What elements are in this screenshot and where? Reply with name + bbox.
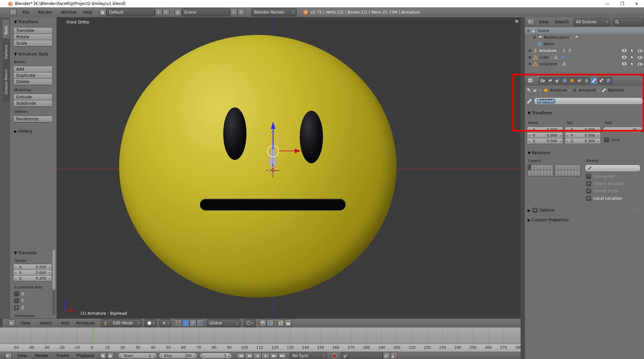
- panel-deform-header[interactable]: ▶ ✓ Deform: [528, 208, 555, 213]
- layer-cell[interactable]: [544, 165, 547, 171]
- visibility-eye-icon[interactable]: [622, 56, 627, 59]
- current-frame-indicator[interactable]: [93, 327, 94, 344]
- bone-layers-grid-2[interactable]: [555, 165, 581, 177]
- end-frame-field[interactable]: ◂End:250▸: [159, 353, 197, 359]
- lock-checkbox[interactable]: [604, 137, 609, 142]
- layer-cell[interactable]: [559, 165, 562, 171]
- editor-type-info-icon[interactable]: ⓘ▴▾: [9, 9, 17, 16]
- layer-cell[interactable]: [574, 165, 577, 171]
- minimize-button[interactable]: —: [600, 0, 615, 7]
- layer-cell[interactable]: [531, 165, 535, 171]
- panel-relations-header[interactable]: ▼ Relations: [528, 151, 550, 155]
- vector-x-field[interactable]: ◂X:0.000▸: [13, 264, 52, 270]
- subdivide-button[interactable]: Subdivide: [13, 100, 53, 107]
- layer-cell[interactable]: [571, 171, 574, 176]
- add-bone-button[interactable]: Add: [13, 66, 53, 72]
- layer-cell[interactable]: [547, 165, 550, 171]
- proportional-edit-select[interactable]: ▴▾: [244, 319, 256, 327]
- menu-file[interactable]: File: [21, 10, 31, 15]
- collapse-icon[interactable]: ⊖: [527, 29, 530, 33]
- viewport-shading-select[interactable]: ▴▾: [145, 319, 157, 327]
- close-button[interactable]: ✕: [629, 0, 644, 7]
- bone-layers-grid-1[interactable]: [528, 165, 554, 177]
- timeline-ruler[interactable]: -50-40-30-20-100102030405060708090100110…: [0, 344, 521, 352]
- manipulator-translate-icon[interactable]: [182, 319, 189, 327]
- pivot-point-select[interactable]: ▴▾: [159, 319, 171, 327]
- jump-to-end-button[interactable]: ▶▶|: [278, 353, 286, 359]
- sync-mode-select[interactable]: No Sync▴▾: [290, 352, 327, 359]
- layer-cell[interactable]: [555, 165, 559, 171]
- outliner-row-world[interactable]: World: [525, 41, 644, 47]
- layer-cell[interactable]: [571, 165, 574, 171]
- toolshelf-tab-grease-pencil[interactable]: Grease Pencil: [3, 62, 10, 102]
- constraint-y-checkbox[interactable]: [14, 298, 19, 303]
- scene-select-icon[interactable]: ◍: [174, 9, 182, 16]
- timeline-track[interactable]: [0, 327, 521, 344]
- layer-cell[interactable]: [550, 171, 554, 176]
- outliner-row-armature[interactable]: ⊕ Armature |: [525, 47, 644, 54]
- manipulator-scale-icon[interactable]: [197, 319, 204, 327]
- randomize-button[interactable]: Randomize: [13, 116, 53, 122]
- renderability-camera-icon[interactable]: [638, 62, 643, 66]
- add-layout-button[interactable]: +: [155, 9, 162, 16]
- viewport-menu-view[interactable]: View: [19, 321, 32, 325]
- layer-cell[interactable]: [544, 171, 547, 176]
- opengl-render-icon[interactable]: [277, 319, 284, 327]
- scale-button[interactable]: Scale: [13, 40, 53, 47]
- menu-render[interactable]: Render: [36, 10, 54, 15]
- smiley-left-eye[interactable]: [223, 107, 246, 160]
- screen-layout-icon[interactable]: ▦: [99, 9, 106, 16]
- toolshelf-tab-tools[interactable]: Tools: [3, 19, 10, 41]
- menu-window[interactable]: Window: [59, 10, 79, 15]
- expand-icon[interactable]: ⊕: [528, 55, 531, 60]
- outliner-search-input[interactable]: [612, 18, 644, 26]
- layer-cell[interactable]: [550, 165, 554, 171]
- viewport-menu-add[interactable]: Add: [59, 321, 71, 325]
- selectability-cursor-icon[interactable]: [631, 49, 634, 53]
- delete-keyframe-icon[interactable]: [390, 352, 398, 359]
- layer-cell[interactable]: [531, 171, 535, 176]
- visibility-eye-icon[interactable]: [622, 62, 627, 65]
- delete-layout-button[interactable]: ✕: [162, 9, 170, 16]
- selectability-cursor-icon[interactable]: [631, 55, 634, 60]
- inherit-scale-row[interactable]: ✓Inherit Scale: [586, 188, 618, 193]
- renderability-camera-icon[interactable]: [638, 49, 643, 53]
- layer-cell[interactable]: [577, 165, 581, 171]
- inherit-rotation-row[interactable]: ✓Inherit Rotation: [586, 181, 624, 186]
- transform-orientation-select[interactable]: Global▴▾: [207, 319, 241, 327]
- layer-cell[interactable]: [541, 171, 544, 176]
- layer-cell[interactable]: [565, 171, 568, 176]
- panel-history-header[interactable]: ▶ History: [14, 129, 33, 134]
- connected-row[interactable]: Connected: [586, 174, 615, 179]
- panel-armature-tools-header[interactable]: ▼ Armature Tools: [14, 52, 48, 57]
- viewport-menu-select[interactable]: Select: [37, 321, 54, 325]
- deform-checkbox[interactable]: ✓: [533, 208, 538, 213]
- layer-cell[interactable]: [534, 165, 538, 171]
- editor-type-timeline-icon[interactable]: ▴▾: [5, 352, 12, 359]
- keying-set-select[interactable]: [341, 352, 383, 359]
- layer-cell[interactable]: [559, 171, 562, 176]
- record-button[interactable]: [331, 352, 338, 359]
- outliner-row-cube[interactable]: ⊕ Cube |: [525, 54, 644, 60]
- selectability-cursor-icon[interactable]: [631, 62, 634, 66]
- expand-icon[interactable]: ⊕: [528, 62, 531, 66]
- outliner-menu-view[interactable]: View: [537, 20, 550, 24]
- vector-y-field[interactable]: ◂Y:0.000▸: [13, 270, 52, 276]
- area-divider[interactable]: [521, 17, 525, 359]
- head-y-field[interactable]: ◂Y:0.000▸: [527, 133, 563, 138]
- constraint-x-row[interactable]: X: [14, 291, 24, 296]
- local-location-checkbox[interactable]: ✓: [586, 196, 591, 201]
- lock-row[interactable]: Lock: [604, 137, 620, 142]
- layer-cell[interactable]: [538, 171, 541, 176]
- play-reverse-button[interactable]: ◀: [253, 353, 261, 359]
- timeline-menu-playback[interactable]: Playback: [74, 353, 96, 358]
- rotate-button[interactable]: Rotate: [13, 34, 53, 40]
- constraint-z-checkbox[interactable]: ✓: [14, 305, 19, 310]
- layer-cell[interactable]: [568, 165, 571, 171]
- outliner-scope-select[interactable]: All Scenes▴▾: [573, 18, 610, 26]
- outliner-row-renderlayers[interactable]: ⊕ RenderLayers |: [525, 34, 644, 41]
- layer-cell[interactable]: [547, 171, 550, 176]
- head-z-field[interactable]: ◂Z:0.000▸: [527, 138, 563, 144]
- layer-cell[interactable]: [541, 165, 544, 171]
- smiley-mouth[interactable]: [200, 199, 346, 210]
